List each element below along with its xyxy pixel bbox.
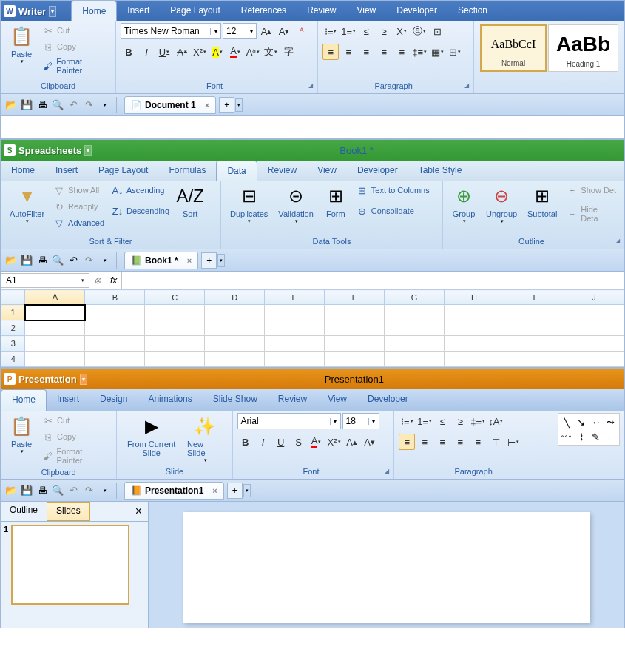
cell[interactable]: [325, 352, 385, 367]
cell[interactable]: [564, 305, 624, 320]
copy-button[interactable]: ⎘Copy: [39, 429, 112, 444]
sort-button[interactable]: A/Z Sort: [174, 183, 206, 220]
name-box[interactable]: A1▾: [1, 273, 89, 288]
new-tab-button[interactable]: +: [219, 97, 234, 113]
font-dialog-launcher[interactable]: ◢: [385, 466, 389, 477]
font-dialog-launcher[interactable]: ◢: [308, 80, 313, 92]
group-button[interactable]: ⊕ Group ▾: [447, 183, 480, 226]
chevron-down-icon[interactable]: ▾: [368, 418, 379, 425]
autofilter-button[interactable]: ▼ AutoFilter ▾: [5, 183, 49, 226]
spreadsheet-menu-dropdown[interactable]: ▾: [84, 145, 92, 156]
advanced-button[interactable]: ▽Advanced: [50, 215, 107, 230]
tab-formulas[interactable]: Formulas: [158, 161, 216, 181]
close-icon[interactable]: ×: [205, 101, 209, 110]
cell[interactable]: [385, 352, 445, 367]
cell[interactable]: [265, 336, 325, 352]
duplicates-button[interactable]: ⊟ Duplicates ▾: [226, 183, 272, 226]
shadow-button[interactable]: S: [291, 434, 307, 450]
row-header-4[interactable]: 4: [1, 352, 25, 367]
col-header-e[interactable]: E: [265, 290, 325, 305]
save-icon[interactable]: 💾: [19, 253, 34, 268]
cell[interactable]: [25, 336, 85, 352]
superscript-button[interactable]: X²▾: [326, 434, 342, 450]
cell[interactable]: [564, 352, 624, 367]
cell[interactable]: [85, 336, 145, 352]
phonetic-button[interactable]: 文▾: [263, 44, 279, 60]
writer-menu-dropdown[interactable]: ▾: [49, 6, 56, 17]
redo-icon[interactable]: ↷: [81, 253, 96, 268]
spreadsheet-grid[interactable]: A B C D E F G H I J 1 2 3 4: [1, 289, 624, 367]
tab-developer[interactable]: Developer: [347, 161, 408, 181]
shape-gallery[interactable]: ╲ ↘ ↔ ⤳ 〰 ⌇ ✎ ⌐: [558, 413, 620, 446]
descending-button[interactable]: Z↓Descending: [109, 204, 172, 218]
shrink-font-button[interactable]: A▾: [276, 23, 292, 39]
save-icon[interactable]: 💾: [19, 98, 34, 112]
save-icon[interactable]: 💾: [19, 483, 34, 498]
open-icon[interactable]: 📂: [4, 483, 18, 498]
show-marks-button[interactable]: ⊡: [429, 23, 445, 39]
cell[interactable]: [564, 320, 624, 336]
superscript-button[interactable]: X²▾: [192, 44, 208, 60]
col-header-h[interactable]: H: [445, 290, 504, 305]
cancel-formula-button[interactable]: ⊗: [89, 275, 106, 286]
spreadsheet-doc-tab[interactable]: 📗 Book1 * ×: [124, 252, 198, 269]
col-header-c[interactable]: C: [145, 290, 205, 305]
cell[interactable]: [145, 320, 205, 336]
line-spacing-button[interactable]: ‡≡▾: [411, 44, 428, 60]
cut-button[interactable]: ✂Cut: [39, 23, 111, 38]
paste-button[interactable]: 📋 Paste ▾: [5, 413, 38, 456]
col-header-j[interactable]: J: [564, 290, 624, 305]
show-all-button[interactable]: ▽Show All: [50, 183, 107, 198]
close-icon[interactable]: ×: [212, 486, 217, 495]
ungroup-button[interactable]: ⊖ Ungroup ▾: [482, 183, 521, 226]
font-family-combo[interactable]: Arial▾: [237, 413, 341, 429]
col-header-i[interactable]: I: [504, 290, 564, 305]
tab-insert[interactable]: Insert: [117, 1, 160, 21]
asian-layout-button[interactable]: ⓐ▾: [411, 23, 428, 39]
tab-review[interactable]: Review: [268, 389, 317, 411]
row-header-2[interactable]: 2: [1, 320, 25, 336]
tab-home[interactable]: Home: [1, 161, 45, 181]
consolidate-button[interactable]: ⊕Consolidate: [354, 204, 433, 218]
tab-insert[interactable]: Insert: [45, 161, 88, 181]
cell[interactable]: [504, 320, 564, 336]
change-case-button[interactable]: Aᵃ▾: [245, 44, 261, 60]
format-painter-button[interactable]: 🖌Format Painter: [39, 446, 112, 466]
tab-design[interactable]: Design: [89, 389, 138, 411]
cell[interactable]: [25, 352, 85, 367]
tabs-dropdown[interactable]: ▾: [243, 484, 251, 497]
validation-button[interactable]: ⊝ Validation ▾: [274, 183, 318, 226]
decrease-indent-button[interactable]: ≤: [358, 23, 374, 39]
col-header-g[interactable]: G: [385, 290, 445, 305]
numbering-button[interactable]: 1≡▾: [340, 23, 357, 39]
tab-references[interactable]: References: [231, 1, 297, 21]
tab-view[interactable]: View: [317, 389, 357, 411]
close-panel-icon[interactable]: ×: [129, 502, 148, 521]
increase-indent-button[interactable]: ≥: [376, 23, 392, 39]
tab-review[interactable]: Review: [297, 1, 346, 21]
col-header-f[interactable]: F: [325, 290, 385, 305]
align-left-button[interactable]: ≡: [322, 44, 339, 60]
new-slide-button[interactable]: ✨ New Slide ▾: [183, 413, 228, 465]
align-middle-button[interactable]: ⊢▾: [505, 434, 521, 450]
enclose-button[interactable]: 字: [280, 44, 297, 60]
slide-thumbnail[interactable]: [11, 525, 129, 605]
cell[interactable]: [504, 305, 564, 320]
print-icon[interactable]: 🖶: [35, 253, 50, 268]
text-to-columns-button[interactable]: ⊞Text to Columns: [354, 183, 433, 198]
tab-page-layout[interactable]: Page Layout: [160, 1, 230, 21]
cut-button[interactable]: ✂Cut: [39, 413, 112, 428]
cell[interactable]: [385, 336, 445, 352]
decrease-indent-button[interactable]: ≤: [434, 413, 450, 429]
align-distribute-button[interactable]: ≡: [470, 434, 486, 450]
cell[interactable]: [385, 320, 445, 336]
format-painter-button[interactable]: 🖌Format Painter: [39, 56, 111, 76]
freeform-shape[interactable]: ⌇: [575, 430, 588, 443]
print-icon[interactable]: 🖶: [35, 98, 50, 112]
paste-button[interactable]: 📋 Paste ▾: [5, 23, 38, 66]
scribble-shape[interactable]: ✎: [589, 430, 603, 443]
slide-page[interactable]: [183, 512, 590, 623]
reapply-button[interactable]: ↻Reapply: [50, 199, 107, 214]
tabs-dropdown[interactable]: ▾: [217, 254, 225, 267]
presentation-doc-tab[interactable]: 📙 Presentation1 ×: [124, 482, 224, 500]
